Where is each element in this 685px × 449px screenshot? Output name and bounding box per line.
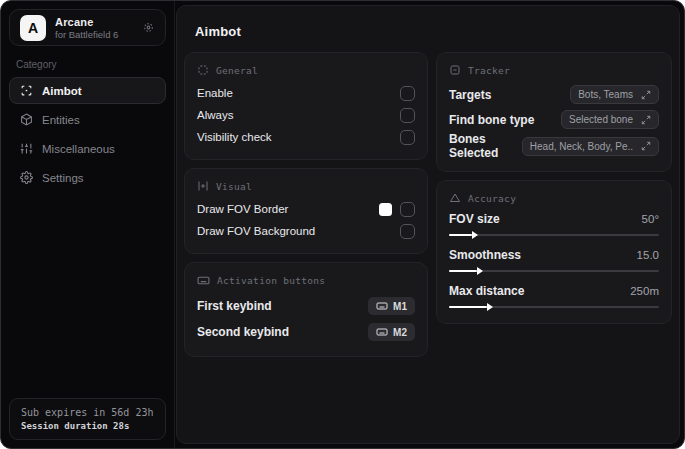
enable-checkbox[interactable] — [400, 86, 415, 101]
find-bone-type-dropdown[interactable]: Selected bone — [561, 110, 659, 129]
slider-thumb[interactable] — [477, 267, 483, 275]
slider-row-fov-size: FOV size 50° — [449, 212, 659, 240]
sidebar-item-aimbot[interactable]: Aimbot — [9, 77, 166, 104]
keybind-value: M1 — [393, 301, 407, 312]
slider-fill — [449, 230, 478, 240]
draw-fov-border-checkbox[interactable] — [400, 202, 415, 217]
expand-icon — [641, 141, 651, 151]
setting-label: Max distance — [449, 284, 524, 298]
sidebar-item-label: Miscellaneous — [42, 143, 115, 155]
fov-size-slider[interactable] — [449, 230, 659, 240]
keyboard-icon — [376, 326, 388, 338]
activation-buttons-card: Activation buttons First keybind M1 — [184, 262, 428, 357]
sync-icon[interactable] — [142, 21, 155, 34]
app-name: Arcane — [55, 16, 118, 28]
keyboard-icon — [197, 274, 210, 287]
color-swatch[interactable] — [379, 203, 392, 216]
slider-fill — [449, 302, 493, 312]
sidebar-item-label: Settings — [42, 172, 84, 184]
dropdown-value: Head, Neck, Body, Pe.. — [530, 141, 633, 152]
setting-label: First keybind — [197, 299, 272, 313]
setting-label: Visibility check — [197, 131, 272, 143]
tracker-row-find-bone-type: Find bone type Selected bone — [449, 107, 659, 132]
sidebar-item-label: Aimbot — [42, 85, 82, 97]
dropdown-value: Selected bone — [569, 114, 633, 125]
card-title: Accuracy — [468, 193, 516, 204]
setting-label: Second keybind — [197, 325, 289, 339]
setting-label: Bones Selected — [449, 132, 522, 160]
card-title: Visual — [216, 181, 252, 192]
expand-icon — [641, 90, 651, 100]
app-subtitle: for Battlefield 6 — [55, 29, 118, 40]
keyboard-icon — [376, 300, 388, 312]
app-logo: A — [20, 15, 46, 41]
sidebar: A Arcane for Battlefield 6 Category — [1, 1, 175, 448]
slider-fill — [449, 266, 483, 276]
keybind-value: M2 — [393, 327, 407, 338]
card-title: Tracker — [468, 65, 510, 76]
frame-icon — [197, 180, 209, 192]
setting-row-draw-fov-background: Draw FOV Background — [197, 220, 415, 242]
dropdown-value: Bots, Teams — [578, 89, 633, 100]
card-title: Activation buttons — [217, 275, 325, 286]
setting-row-draw-fov-border: Draw FOV Border — [197, 198, 415, 220]
square-minus-icon — [449, 64, 461, 76]
main-panel: Aimbot General Enable — [176, 5, 680, 444]
sidebar-item-entities[interactable]: Entities — [9, 106, 166, 133]
app-window: A Arcane for Battlefield 6 Category — [0, 0, 685, 449]
smoothness-slider[interactable] — [449, 266, 659, 276]
gear-icon — [20, 171, 33, 184]
setting-label: Always — [197, 109, 233, 121]
setting-label: Draw FOV Background — [197, 225, 315, 237]
sidebar-item-label: Entities — [42, 114, 80, 126]
keybind-row-first: First keybind M1 — [197, 293, 415, 319]
sub-expires-text: Sub expires in 56d 23h — [21, 407, 154, 418]
visibility-check-checkbox[interactable] — [400, 130, 415, 145]
sidebar-nav: Aimbot Entities Miscellaneous — [1, 77, 174, 191]
app-brand-card: A Arcane for Battlefield 6 — [9, 9, 166, 46]
tracker-row-targets: Targets Bots, Teams — [449, 82, 659, 107]
general-card: General Enable Always Visibility check — [184, 52, 428, 160]
card-title: General — [216, 65, 258, 76]
setting-label: Smoothness — [449, 248, 521, 262]
setting-row-always: Always — [197, 104, 415, 126]
slider-value: 50° — [642, 213, 659, 225]
keybind-row-second: Second keybind M2 — [197, 319, 415, 345]
slider-row-smoothness: Smoothness 15.0 — [449, 248, 659, 276]
setting-label: Enable — [197, 87, 233, 99]
setting-label: Draw FOV Border — [197, 203, 288, 215]
subscription-card: Sub expires in 56d 23h Session duration … — [9, 398, 166, 440]
sliders-icon — [20, 142, 33, 155]
sidebar-item-miscellaneous[interactable]: Miscellaneous — [9, 135, 166, 162]
max-distance-slider[interactable] — [449, 302, 659, 312]
first-keybind-button[interactable]: M1 — [368, 297, 415, 315]
category-label: Category — [16, 59, 159, 70]
sidebar-item-settings[interactable]: Settings — [9, 164, 166, 191]
draw-fov-background-checkbox[interactable] — [400, 224, 415, 239]
tracker-card: Tracker Targets Bots, Teams — [436, 52, 672, 172]
slider-value: 250m — [630, 285, 659, 297]
setting-label: FOV size — [449, 212, 500, 226]
bones-selected-dropdown[interactable]: Head, Neck, Body, Pe.. — [522, 137, 659, 156]
crosshair-scan-icon — [20, 84, 33, 97]
targets-dropdown[interactable]: Bots, Teams — [570, 85, 659, 104]
dashed-square-icon — [197, 64, 209, 76]
triangle-icon — [449, 192, 461, 204]
setting-label: Targets — [449, 88, 491, 102]
tracker-row-bones-selected: Bones Selected Head, Neck, Body, Pe.. — [449, 132, 659, 160]
slider-thumb[interactable] — [472, 231, 478, 239]
accuracy-card: Accuracy FOV size 50° — [436, 180, 672, 324]
slider-thumb[interactable] — [487, 303, 493, 311]
always-checkbox[interactable] — [400, 108, 415, 123]
slider-track — [449, 234, 659, 236]
second-keybind-button[interactable]: M2 — [368, 323, 415, 341]
page-title: Aimbot — [195, 24, 672, 39]
visual-card: Visual Draw FOV Border Draw FOV Backgrou… — [184, 168, 428, 254]
setting-label: Find bone type — [449, 113, 534, 127]
slider-row-max-distance: Max distance 250m — [449, 284, 659, 312]
cube-icon — [20, 113, 33, 126]
setting-row-enable: Enable — [197, 82, 415, 104]
setting-row-visibility-check: Visibility check — [197, 126, 415, 148]
expand-icon — [641, 115, 651, 125]
session-duration-text: Session duration 28s — [21, 421, 154, 431]
